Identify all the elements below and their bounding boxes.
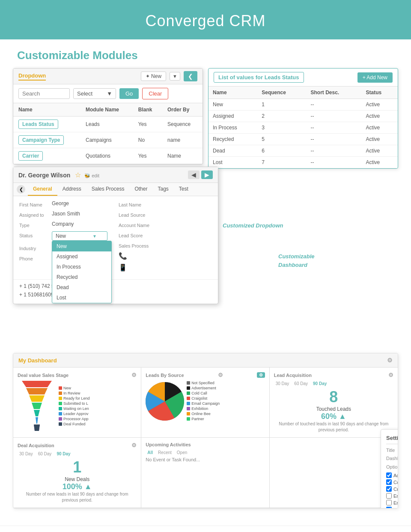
form-back-button[interactable]: ❮ [17,185,25,194]
lov-name: Dead [208,145,257,157]
tab-other[interactable]: Other [129,183,152,196]
add-new-button[interactable]: + Add New [357,72,393,83]
go-button[interactable]: Go [119,88,139,99]
leadscore-label: Lead Score [119,231,149,238]
dashboard-gear-icon[interactable]: ⚙ [387,357,393,364]
lov-header: List of values for Leads Status + Add Ne… [208,69,398,87]
status-select[interactable]: New ▼ [52,231,107,241]
settings-checkbox-item[interactable]: Advertisement [386,472,398,478]
star-icon[interactable]: ☆ [75,171,81,179]
edit-icon[interactable]: 🐝 edit [84,173,99,178]
leadsource-label: Lead Source [119,211,149,218]
pie-gear-icon[interactable]: ⚙ [218,372,223,378]
lov-table-row[interactable]: Recycled 5 -- Active [208,134,398,145]
tab-address[interactable]: Address [57,183,86,196]
lov-table-row[interactable]: In Process 3 -- Active [208,122,398,134]
la-percent: 60% ▲ [274,412,393,421]
next-arrow-button[interactable]: ▶ [201,170,213,179]
status-option-recycled[interactable]: Recycled [52,272,111,282]
settings-checkbox-item[interactable]: Exhibition [386,507,398,508]
field-salesprocess: Sales Process [119,242,212,248]
salesprocess-label: Sales Process [119,242,149,248]
lov-status: Active [362,99,398,111]
lov-seq: 7 [257,157,306,168]
funnel-gear-icon[interactable]: ⚙ [131,372,137,378]
row-name[interactable]: Carrier [13,148,80,164]
funnel-legend-item: In Review [59,391,90,395]
dropdown-tab-label[interactable]: Dropdown [18,72,46,81]
phone-row-2: + 1 5106816095 (Mobile) 💬 📱 [19,292,212,298]
pie-settings-icon[interactable]: ⚙ [257,372,265,378]
deal-period-30[interactable]: 30 Day [18,451,35,457]
new-arrow-button[interactable]: ▼ [170,72,180,81]
field-assigned: Assigned to Jason Smith [19,211,113,218]
assigned-label: Assigned to [19,211,49,218]
search-input[interactable] [18,88,70,99]
svg-marker-0 [22,381,52,387]
lov-seq: 5 [257,134,306,145]
la-card-title: Lead Acquisition ⚙ [274,372,393,378]
tab-general[interactable]: General [28,183,57,196]
clear-button[interactable]: Clear [142,88,168,99]
assigned-value: Jason Smith [52,211,113,217]
settings-checkbox-item[interactable]: Craigslist [386,486,398,492]
pie-card: Leads By Source ⚙ ⚙ [141,368,269,438]
status-option-assigned[interactable]: Assigned [52,251,111,262]
lov-table-row[interactable]: New 1 -- Active [208,99,398,111]
funnel-card: Deal value Sales Stage ⚙ [13,368,141,438]
table-row[interactable]: Carrier Quotations Yes Name [13,148,203,164]
dashlet-row: Dashlet ☑ Advertisement [386,455,398,461]
period-30[interactable]: 30 Day [274,381,291,386]
prev-arrow-button[interactable]: ◀ [188,170,200,179]
status-option-new[interactable]: New [52,241,111,251]
settings-checkbox-item[interactable]: Email Campaigan [386,493,398,499]
status-option-inprocess[interactable]: In Process [52,262,111,272]
deal-acq-title: Deal Acquisition ⚙ [18,442,137,448]
lov-seq: 1 [257,99,306,111]
form-body: First Name George Assigned to Jason Smit… [13,196,218,279]
dashboard-wrapper: My Dashboard ⚙ Deal value Sales Stage ⚙ [13,353,398,508]
new-button[interactable]: ✦ New [141,72,166,81]
dropdown-panel: Dropdown ✦ New ▼ ❮ Select ▼ Go Clear [13,68,203,169]
lov-desc: -- [306,134,361,145]
upcoming-all[interactable]: All [146,450,155,455]
lov-table-row[interactable]: Lost 7 -- Active [208,157,398,168]
lov-title: List of values for Leads Status [214,72,304,83]
dropdown-panel-header: Dropdown ✦ New ▼ ❮ [13,69,203,84]
tab-test[interactable]: Test [174,183,194,196]
lov-table-row[interactable]: Dead 6 -- Active [208,145,398,157]
table-row[interactable]: Leads Status Leads Yes Sequence [13,117,203,132]
row-name[interactable]: Leads Status [13,117,80,132]
status-option-lost[interactable]: Lost [52,293,111,303]
firstname-value: George [52,200,113,206]
row-blank: Yes [133,117,162,132]
row-name[interactable]: Campaign Type [13,132,80,148]
annotation-dropdown-text: Customized Dropdown [223,222,283,229]
period-90[interactable]: 90 Day [311,381,328,386]
settings-checkbox-item[interactable]: Cold Call [386,479,398,485]
field-phone2-icons: 📱 [119,263,212,272]
settings-left: Title Dashlet ☑ Advertisement Options ☑ … [386,448,398,508]
col-order: Order By [162,103,203,117]
back-button[interactable]: ❮ [184,71,197,81]
settings-checkbox-item[interactable]: Employee [386,500,398,505]
table-row[interactable]: Campaign Type Campaigns No name [13,132,203,148]
deal-period-60[interactable]: 60 Day [36,451,54,457]
deal-acq-gear-icon[interactable]: ⚙ [131,442,137,448]
page-header: Converged CRM [0,0,411,39]
phone-section: + 1 (510) 742 5417 (Fax) 🖷 + 1 510681609… [13,279,218,304]
upcoming-open[interactable]: Open [175,450,189,455]
dashboard-bottom-grid: Deal Acquisition ⚙ 30 Day 60 Day 90 Day … [13,438,398,508]
lov-status: Active [362,111,398,122]
tab-sales-process[interactable]: Sales Process [86,183,130,196]
tab-tags[interactable]: Tags [152,183,173,196]
select-dropdown[interactable]: Select ▼ [73,88,116,99]
period-60[interactable]: 60 Day [292,381,310,386]
deal-period-90[interactable]: 90 Day [55,451,72,457]
la-gear-icon[interactable]: ⚙ [388,372,393,378]
lov-panel-box: List of values for Leads Status + Add Ne… [208,68,398,169]
status-option-dead[interactable]: Dead [52,282,111,293]
lov-table-row[interactable]: Assigned 2 -- Active [208,111,398,122]
upcoming-recent[interactable]: Recent [156,450,173,455]
pie-legend-item: Advertisement [187,386,220,390]
